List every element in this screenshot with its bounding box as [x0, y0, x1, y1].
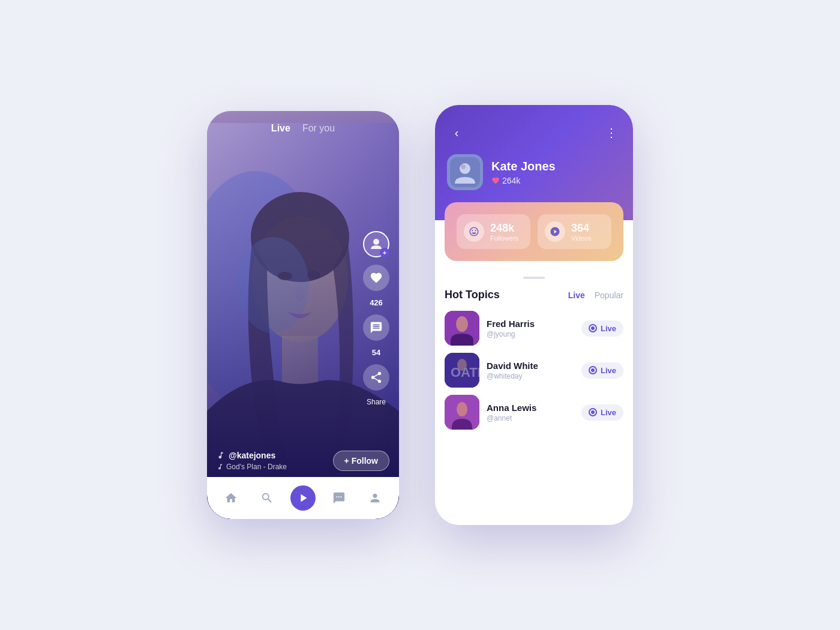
right-phone: ‹ ⋮ Kate Jones 264k [435, 105, 633, 525]
topic-name-3: Anna Lewis [487, 403, 574, 413]
like-button[interactable] [363, 265, 389, 291]
note-icon [217, 463, 224, 470]
profile-row: Kate Jones 264k [447, 154, 621, 190]
topic-handle-3: @annet [487, 414, 574, 422]
profile-info: Kate Jones 264k [491, 160, 556, 185]
back-button[interactable]: ‹ [447, 123, 466, 142]
home-nav-icon[interactable] [218, 485, 244, 511]
action-buttons: + 426 54 Share [363, 231, 389, 406]
live-badge-3: Live [581, 404, 623, 421]
bottom-navigation [207, 477, 399, 519]
for-you-tab[interactable]: For you [302, 123, 335, 134]
popular-tab[interactable]: Popular [595, 290, 623, 300]
panel-handle [523, 277, 545, 279]
svg-rect-20 [445, 353, 479, 388]
bottom-info: @katejones God's Plan - Drake + Follow [217, 451, 389, 471]
home-icon [224, 491, 238, 505]
followers-label: Followers [490, 235, 518, 242]
topic-thumbnail-1 [445, 311, 479, 346]
live-tab[interactable]: Live [271, 123, 290, 134]
chat-nav-icon[interactable] [326, 485, 352, 511]
music-icon [217, 451, 225, 460]
search-nav-icon[interactable] [254, 485, 280, 511]
live-badge-2: Live [581, 362, 623, 379]
topic-name-1: Fred Harris [487, 319, 574, 329]
add-badge: + [380, 248, 389, 257]
live-tab[interactable]: Live [568, 290, 585, 300]
share-label: Share [367, 398, 386, 406]
comment-count: 54 [372, 348, 380, 357]
hot-topics-title: Hot Topics [445, 289, 500, 301]
chat-icon [332, 491, 346, 505]
more-options-button[interactable]: ⋮ [602, 123, 621, 142]
user-music-info: @katejones God's Plan - Drake [217, 451, 287, 471]
videos-label: Videos [571, 235, 591, 242]
live-dot-2 [589, 366, 597, 374]
stats-card: 248k Followers 364 Videos [445, 202, 623, 261]
heart-likes-icon [491, 176, 500, 185]
topic-info-1: Fred Harris @jyoung [487, 319, 574, 338]
topic-item[interactable]: Anna Lewis @annet Live [445, 395, 623, 430]
person-icon [368, 491, 382, 505]
share-icon [370, 371, 383, 384]
videos-stat-text: 364 Videos [571, 222, 591, 242]
topic-handle-1: @jyoung [487, 330, 574, 338]
follow-button[interactable]: + Follow [333, 451, 389, 471]
fred-harris-thumb [445, 311, 479, 346]
followers-icon [464, 221, 484, 242]
song-label: God's Plan - Drake [217, 463, 287, 471]
topic-info-3: Anna Lewis @annet [487, 403, 574, 422]
search-icon [260, 491, 274, 505]
header-top-bar: ‹ ⋮ [447, 123, 621, 142]
comment-icon [370, 321, 383, 334]
share-button[interactable] [363, 364, 389, 391]
live-dot-3 [589, 408, 597, 416]
play-icon [296, 491, 310, 505]
topic-item[interactable]: Fred Harris @jyoung Live [445, 311, 623, 346]
topic-list: Fred Harris @jyoung Live OATH [445, 311, 623, 430]
hot-topics-header: Hot Topics Live Popular [445, 289, 623, 301]
topic-thumbnail-3 [445, 395, 479, 430]
followers-stat: 248k Followers [457, 214, 530, 249]
topic-item[interactable]: OATH David White @whiteday Live [445, 353, 623, 388]
like-count: 426 [370, 298, 383, 307]
svg-rect-23 [445, 395, 479, 430]
profile-name: Kate Jones [491, 160, 556, 173]
profile-likes: 264k [491, 176, 556, 185]
videos-icon [545, 221, 565, 242]
username-label: @katejones [217, 451, 287, 460]
top-navigation: Live For you [207, 123, 399, 134]
followers-count: 248k [490, 222, 518, 235]
topic-thumbnail-2: OATH [445, 353, 479, 388]
topic-handle-2: @whiteday [487, 372, 574, 380]
svg-point-10 [373, 239, 379, 245]
live-dot-1 [589, 324, 597, 332]
anna-lewis-thumb [445, 395, 479, 430]
videos-stat: 364 Videos [538, 214, 611, 249]
profile-avatar [447, 154, 483, 190]
videos-count: 364 [571, 222, 591, 235]
add-friend-avatar[interactable]: + [363, 231, 389, 257]
david-white-thumb: OATH [445, 353, 479, 388]
live-badge-1: Live [581, 320, 623, 337]
svg-point-13 [461, 164, 466, 169]
avatar-image [450, 157, 480, 187]
left-phone: Live For you + 426 54 Sh [207, 111, 399, 519]
bottom-panel: Hot Topics Live Popular Fred Harr [435, 267, 633, 439]
svg-point-12 [460, 163, 470, 174]
comment-button[interactable] [363, 314, 389, 341]
followers-stat-text: 248k Followers [490, 222, 518, 242]
profile-nav-icon[interactable] [362, 485, 388, 511]
topic-tabs: Live Popular [568, 290, 623, 300]
play-circle-icon [550, 226, 560, 237]
play-nav-icon[interactable] [290, 485, 316, 511]
svg-rect-16 [445, 311, 479, 346]
heart-icon [370, 271, 383, 284]
topic-name-2: David White [487, 361, 574, 371]
smiley-icon [469, 226, 479, 237]
topic-info-2: David White @whiteday [487, 361, 574, 380]
